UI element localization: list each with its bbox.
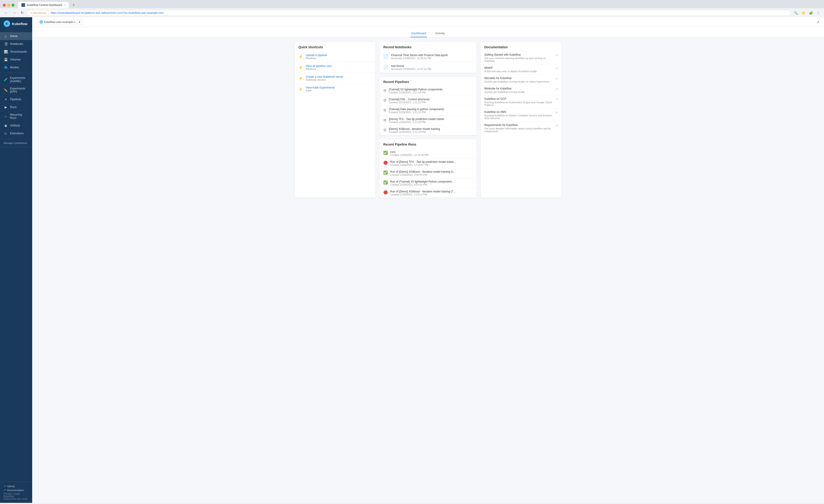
new-tab-button[interactable]: + [71, 3, 77, 8]
doc-title: Microk8s for Kubeflow [485, 77, 553, 80]
run-created: Created 12/30/2021, 12:20:30 PM [390, 154, 428, 157]
tab-activity[interactable]: Activity [434, 30, 445, 37]
pipeline-item[interactable]: ⚙ [Tutorial] V2 lightweight Python compo… [380, 86, 477, 96]
run-item[interactable]: 🔴 Run of [Demo] XGBoost - Iterative mode… [380, 188, 477, 198]
doc-text: Requirements for Kubeflow Get more detai… [485, 123, 553, 133]
pipeline-item[interactable]: ⚙ [Demo] XGBoost - Iterative model train… [380, 125, 477, 135]
pipeline-item[interactable]: ⚙ [Tutorial] DSL - Control structures Cr… [380, 96, 477, 106]
doc-item[interactable]: Kubeflow on GCP Running Kubeflow on Kube… [481, 95, 561, 108]
doc-item[interactable]: Getting Started with Kubeflow Get your m… [481, 51, 561, 64]
maximize-dot[interactable] [11, 4, 14, 7]
shortcut-item[interactable]: ⚡ View all pipeline runs Pipelines [295, 62, 376, 73]
logo-icon: K [4, 20, 10, 27]
namespace-selector[interactable]: 🌐 kubeflow-user-example-c... ▾ [37, 19, 83, 25]
middle-column: Recent Notebooks 📄 Financial Time Series… [380, 42, 477, 198]
sidebar-item-tensorboards[interactable]: 📊 Tensorboards [0, 48, 32, 56]
run-status-icon: ✅ [383, 180, 388, 185]
doc-item[interactable]: Minikube for Kubeflow Quickly get Kubefl… [481, 85, 561, 95]
tensorboards-icon: 📊 [4, 50, 8, 54]
manage-contributors-label: Manage Contributors [4, 142, 27, 144]
forward-button[interactable]: → [11, 10, 17, 16]
run-status-icon: ✅ [383, 150, 388, 155]
doc-item[interactable]: Microk8s for Kubeflow Quickly get Kubefl… [481, 75, 561, 85]
topbar-share-icon[interactable]: ↗ [816, 20, 819, 24]
back-button[interactable]: ← [3, 10, 9, 16]
run-title: Run of [Tutorial] V2 lightweight Python … [390, 180, 453, 183]
extensions-button[interactable]: 🧩 [808, 10, 814, 16]
sidebar-item-notebooks-label: Notebooks [10, 42, 23, 45]
tab-title: Kubeflow Central Dashboard [27, 3, 62, 7]
top-bar: 🌐 kubeflow-user-example-c... ▾ ↗ [32, 17, 824, 27]
tab-dashboard[interactable]: Dashboard [411, 30, 427, 37]
notebook-item[interactable]: 📄 Financial Time Series with Finance Dat… [380, 51, 477, 62]
recent-pipelines-card: Recent Pipelines ⚙ [Tutorial] V2 lightwe… [380, 77, 477, 135]
run-created: Created 12/29/2021, 3:06:55 PM [390, 173, 455, 176]
address-bar[interactable]: ⚠ Not Secure | https://centraldashboard.… [27, 10, 791, 16]
run-item[interactable]: ✅ Run of [Tutorial] V2 lightweight Pytho… [380, 178, 477, 188]
notebook-item[interactable]: 📄 lost+found Accessed 12/30/2021, 12:27:… [380, 62, 477, 73]
pipelines-icon: ≡ [4, 98, 8, 101]
doc-item[interactable]: MiniKF A fast and easy way to deploy Kub… [481, 64, 561, 75]
refresh-button[interactable]: ↻ [19, 10, 25, 16]
sidebar-item-manage-contributors[interactable]: Manage Contributors [0, 140, 32, 145]
sidebar-item-experiments-automl-label: Experiments (AutoML) [10, 76, 28, 83]
build-version: Build version dev_local [4, 498, 28, 500]
shortcut-item[interactable]: ⚡ View Katib Experiments Katib [295, 84, 376, 94]
run-text: Run of [Tutorial] V2 lightweight Python … [390, 180, 453, 186]
search-nav-button[interactable]: 🔍 [793, 10, 799, 16]
shortcut-bolt-icon: ⚡ [298, 55, 303, 59]
sidebar-item-notebooks[interactable]: 📓 Notebooks [0, 40, 32, 48]
privacy-label[interactable]: Privacy [4, 493, 11, 495]
close-dot[interactable] [3, 4, 6, 7]
sidebar-item-pipelines[interactable]: ≡ Pipelines [0, 95, 32, 103]
sidebar-item-volumes-label: Volumes [10, 58, 21, 61]
shortcut-bolt-icon: ⚡ [298, 87, 303, 91]
doc-text: Kubeflow on GCP Running Kubeflow on Kube… [485, 97, 553, 106]
doc-title: MiniKF [485, 66, 553, 70]
github-link[interactable]: ↗ GitHub [4, 485, 28, 488]
sidebar-item-runs[interactable]: ▶ Runs [0, 103, 32, 111]
sidebar-divider-1 [0, 73, 32, 73]
run-item[interactable]: ✅ Run of [Demo] XGBoost - Iterative mode… [380, 168, 477, 178]
doc-text: MiniKF A fast and easy way to deploy Kub… [485, 66, 553, 73]
models-icon: 🔷 [4, 66, 8, 69]
doc-title: Requirements for Kubeflow [485, 123, 553, 127]
shortcut-text: View Katib Experiments Katib [306, 86, 335, 92]
sidebar-item-home[interactable]: ⌂ Home [0, 32, 32, 40]
doc-item[interactable]: Kubeflow on AWS Running Kubeflow on Elas… [481, 108, 561, 122]
not-secure-label: Not Secure [33, 11, 46, 14]
run-item[interactable]: 🔴 Run of [Demo] TFX - Taxi tip predictio… [380, 159, 477, 168]
pipeline-item[interactable]: ⚙ [Demo] TFX - Taxi tip prediction model… [380, 116, 477, 125]
namespace-icon: 🌐 [39, 20, 43, 24]
bookmark-button[interactable]: ⭐ [800, 10, 807, 16]
sidebar-item-experiments-kfp[interactable]: ✏️ Experiments (KFP) [0, 85, 32, 95]
sidebar-item-artifacts[interactable]: ◉ Artifacts [0, 122, 32, 129]
sidebar-item-recurring-runs[interactable]: ↔ Recurring Runs [0, 111, 32, 122]
notebook-icon: 📄 [383, 65, 388, 70]
sidebar-item-models[interactable]: 🔷 Models [0, 64, 32, 71]
namespace-chevron: ▾ [79, 20, 80, 24]
shortcut-item[interactable]: ⚡ Create a new Notebook server Notebook … [295, 73, 376, 84]
external-link-icon: ↗ [555, 98, 558, 101]
shortcut-item[interactable]: ⚡ Upload a pipeline Pipelines [295, 51, 376, 62]
run-status-icon: 🔴 [383, 190, 388, 195]
run-item[interactable]: ✅ run1 Created 12/30/2021, 12:20:30 PM [380, 148, 477, 159]
run-title: Run of [Demo] XGBoost - Iterative model … [390, 190, 456, 193]
minimize-dot[interactable] [7, 4, 10, 7]
sidebar-item-experiments-automl[interactable]: 🧪 Experiments (AutoML) [0, 74, 32, 85]
sidebar-item-volumes[interactable]: 💾 Volumes [0, 56, 32, 64]
pipeline-created: Created 12/29/2021, 2:21:23 PM [389, 101, 430, 104]
sidebar-item-executions[interactable]: ▷ Executions [0, 129, 32, 137]
sidebar-logo: K Kubeflow [0, 17, 32, 30]
pipeline-text: [Tutorial] Data passing in python compon… [389, 108, 444, 114]
pipeline-item[interactable]: ⚙ [Tutorial] Data passing in python comp… [380, 106, 477, 116]
menu-button[interactable]: ⋮ [815, 10, 821, 16]
doc-item[interactable]: Requirements for Kubeflow Get more detai… [481, 122, 561, 134]
doc-subtitle: Quickly get Kubeflow running locally [485, 91, 553, 93]
documentation-link[interactable]: ↗ Documentation [4, 489, 28, 492]
notebook-text: lost+found Accessed 12/30/2021, 12:27:12… [391, 64, 431, 70]
doc-title: Kubeflow on AWS [485, 110, 553, 114]
browser-tab[interactable]: Kubeflow Central Dashboard × [18, 2, 69, 8]
tab-close-button[interactable]: × [64, 4, 65, 6]
run-title: run1 [390, 150, 428, 154]
